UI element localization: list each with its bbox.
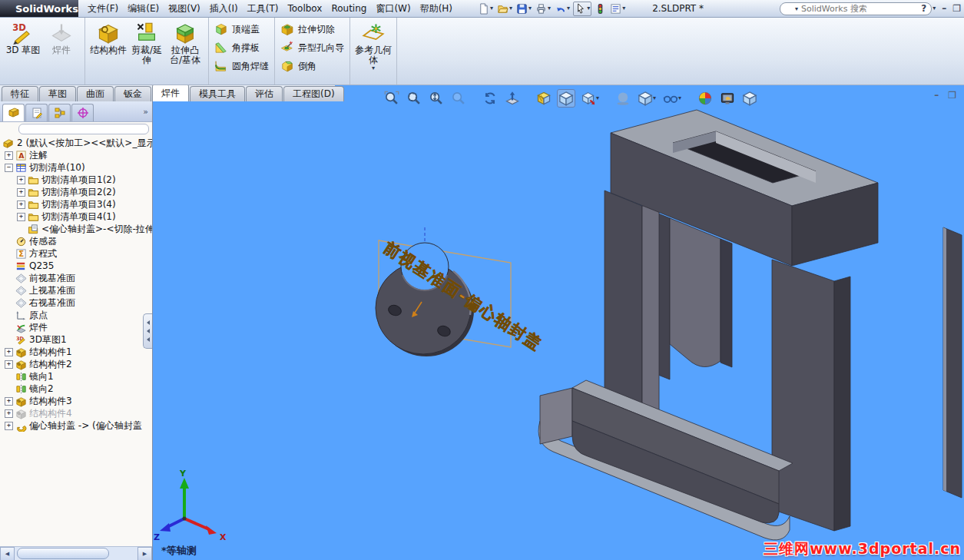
tree-item[interactable]: +切割清单项目1(2): [2, 174, 152, 186]
tree-item[interactable]: +切割清单项目4(1): [2, 210, 152, 223]
tree-item[interactable]: +切割清单项目2(2): [2, 186, 152, 198]
menu-item[interactable]: 文件(F): [83, 2, 123, 15]
tree-item[interactable]: 前视基准面: [2, 272, 152, 284]
dropdown-caret-icon[interactable]: ▾: [587, 5, 590, 12]
minimize-button[interactable]: –: [942, 4, 946, 13]
save-button[interactable]: ▾: [515, 2, 532, 15]
panel-overflow-chevron[interactable]: »: [143, 107, 148, 117]
tab-钣金[interactable]: 钣金: [114, 86, 151, 101]
undo-button[interactable]: ▾: [554, 2, 571, 15]
panel-splitter-handle[interactable]: [143, 313, 152, 349]
tree-item[interactable]: 上视基准面: [2, 284, 152, 297]
print-button[interactable]: ▾: [535, 2, 552, 15]
scroll-track[interactable]: [15, 547, 137, 560]
tab-工程图(D)[interactable]: 工程图(D): [283, 86, 344, 101]
tree-item[interactable]: <偏心轴封盖>-<切除-拉伸: [2, 223, 152, 235]
featuremanager-tab[interactable]: [2, 104, 25, 121]
tree-item[interactable]: 镜向2: [2, 383, 152, 395]
tree-item[interactable]: Q235: [2, 260, 152, 272]
help-button[interactable]: ?: [921, 4, 926, 13]
dropdown-caret-icon[interactable]: ▾: [678, 95, 681, 101]
eccentric-cover-part[interactable]: 前视基准面-偏心轴封盖: [376, 227, 545, 356]
tree-item[interactable]: +结构构件1: [2, 346, 152, 358]
zoom-fit-button[interactable]: [383, 89, 401, 108]
menu-item[interactable]: Toolbox: [283, 3, 326, 14]
open-button[interactable]: ▾: [496, 2, 513, 15]
scene-button[interactable]: [718, 89, 737, 108]
pin-icon[interactable]: [459, 3, 469, 14]
fillet-bead-button[interactable]: 圆角焊缝: [214, 59, 269, 73]
expander-plus[interactable]: +: [17, 200, 25, 209]
expander-plus[interactable]: +: [17, 188, 25, 197]
end-cap-button[interactable]: 顶端盖: [214, 22, 269, 36]
tree-item[interactable]: 原点: [2, 309, 152, 321]
gusset-button[interactable]: 角撑板: [214, 41, 269, 55]
menu-item[interactable]: 工具(T): [243, 2, 283, 15]
appearance-button[interactable]: [696, 89, 714, 108]
reference-geometry-button[interactable]: 参考几何体▾: [354, 19, 393, 71]
dimxpert-tab[interactable]: [71, 104, 94, 121]
zoom-area-button[interactable]: [405, 89, 423, 108]
rebuild-button[interactable]: [594, 2, 607, 15]
tab-曲面[interactable]: 曲面: [77, 86, 114, 101]
dropdown-caret-icon[interactable]: ▾: [509, 5, 512, 12]
section-view-button[interactable]: [535, 89, 553, 108]
tree-header-box[interactable]: [18, 124, 149, 134]
select-button[interactable]: ▾: [573, 2, 591, 16]
extrude-boss-button[interactable]: 拉伸凸台/基体: [166, 19, 204, 65]
extruded-cut-button[interactable]: 拉伸切除: [280, 22, 344, 36]
menu-item[interactable]: Routing: [326, 3, 371, 14]
tab-草图[interactable]: 草图: [39, 86, 76, 101]
zoom-inout-button[interactable]: [427, 89, 446, 108]
dropdown-caret-icon[interactable]: ▾: [528, 5, 532, 12]
tree-item[interactable]: +结构构件2: [2, 358, 152, 370]
normal-to-button[interactable]: [503, 89, 522, 108]
propertymanager-tab[interactable]: [25, 104, 48, 121]
camera-cube-button[interactable]: [740, 89, 759, 108]
expander-plus[interactable]: +: [5, 360, 13, 369]
tree-item[interactable]: +A注解: [2, 149, 152, 161]
dropdown-caret-icon[interactable]: ▾: [622, 5, 625, 12]
expander-plus[interactable]: +: [5, 348, 13, 356]
tab-特征[interactable]: 特征: [2, 86, 38, 101]
trim-extend-button[interactable]: 剪裁/延伸: [128, 19, 166, 65]
dropdown-caret-icon[interactable]: ▾: [653, 95, 656, 101]
tree-item[interactable]: +结构构件4: [2, 407, 152, 419]
dropdown-caret-icon[interactable]: ▾: [372, 65, 375, 71]
scroll-right-button[interactable]: ▶: [137, 547, 152, 560]
graphics-viewport[interactable]: 前视基准面-偏心轴封盖 Y X Z ▾▾▾ – ❐ *等轴测 三维网www.3d…: [152, 84, 964, 560]
model-canvas[interactable]: 前视基准面-偏心轴封盖 Y X Z: [152, 84, 964, 560]
view-settings-button[interactable]: ▾: [636, 89, 658, 108]
display-style-button[interactable]: ▾: [579, 89, 601, 108]
sketch3d-button[interactable]: 3D3D 草图: [4, 19, 42, 55]
tree-item[interactable]: 3D3D草图1: [2, 333, 152, 346]
tree-item[interactable]: 右视基准面: [2, 297, 152, 309]
search-caret-icon[interactable]: ▾: [795, 6, 798, 12]
expander-plus[interactable]: +: [5, 409, 13, 418]
hole-wizard-button[interactable]: 异型孔向导: [280, 41, 344, 55]
frame-model[interactable]: [538, 110, 962, 540]
tab-模具工具[interactable]: 模具工具: [190, 86, 245, 101]
dropdown-caret-icon[interactable]: ▾: [596, 95, 599, 101]
options-button[interactable]: ▾: [609, 2, 626, 15]
dropdown-caret-icon[interactable]: ▾: [490, 5, 493, 12]
menu-item[interactable]: 帮助(H): [416, 2, 457, 15]
dropdown-caret-icon[interactable]: ▾: [548, 5, 551, 12]
configurations-tab[interactable]: [48, 104, 71, 121]
search-icon[interactable]: [784, 5, 793, 14]
rotate-view-button[interactable]: [481, 89, 499, 108]
tab-评估[interactable]: 评估: [246, 86, 283, 101]
doc-minimize-button[interactable]: –: [934, 91, 939, 100]
view-orientation-button[interactable]: [557, 89, 575, 108]
structural-member-button[interactable]: 结构构件: [89, 19, 128, 55]
tree-item[interactable]: 焊件: [2, 321, 152, 333]
tree-item[interactable]: Σ方程式: [2, 247, 152, 260]
expander-plus[interactable]: +: [5, 397, 13, 406]
tree-item[interactable]: +切割清单项目3(4): [2, 198, 152, 210]
chamfer-button[interactable]: 倒角: [280, 59, 344, 73]
expander-plus[interactable]: +: [17, 176, 25, 184]
tree-item[interactable]: 传感器: [2, 235, 152, 247]
expander-plus[interactable]: +: [5, 422, 13, 430]
menu-item[interactable]: 窗口(W): [371, 2, 415, 15]
menu-item[interactable]: 编辑(E): [123, 2, 164, 15]
